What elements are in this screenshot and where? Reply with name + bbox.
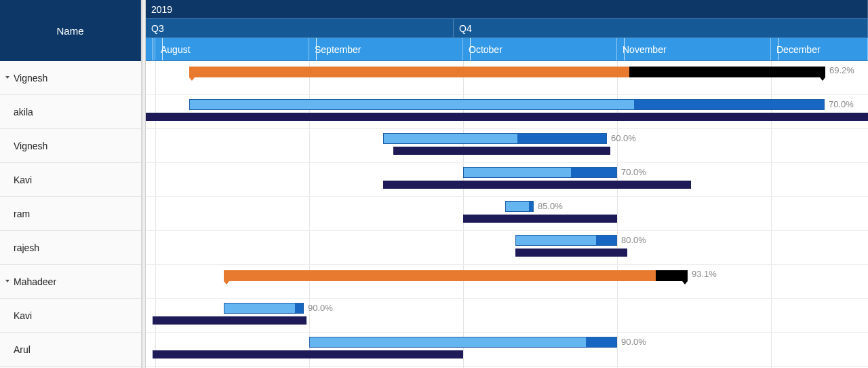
summary-progress [224,270,656,281]
baseline-bar[interactable] [463,215,617,223]
task-remaining [517,134,606,143]
quarter-header[interactable]: Q4 [454,19,868,37]
task-row-name[interactable]: rajesh [0,231,141,265]
summary-bar[interactable] [224,270,688,281]
timeline-row: 90.0% [146,299,868,333]
progress-label: 85.0% [534,201,563,212]
baseline-bar[interactable] [393,147,610,155]
summary-progress [189,67,629,77]
month-header[interactable]: August [155,38,309,60]
task-progress [506,202,529,211]
month-header[interactable]: December [771,38,868,60]
task-progress [384,134,517,143]
timeline-row: 70.0% [146,163,868,197]
timeline-body[interactable]: 69.2%70.0%60.0%70.0%85.0%80.0%93.1%90.0%… [146,61,868,368]
timeline-row: 80.0% [146,231,868,265]
parent-task-row[interactable]: Mahadeer [0,265,141,299]
timeline-row: 93.1% [146,265,868,299]
task-row-name[interactable]: Arul [0,333,141,367]
timeline-panel: 2019 Q3Q4 AugustSeptemberOctoberNovember… [146,0,868,368]
task-bar[interactable] [383,133,607,144]
year-header[interactable]: 2019 [146,0,868,18]
baseline-bar[interactable] [153,316,307,325]
task-remaining [596,236,616,245]
task-remaining [586,337,616,347]
progress-label: 69.2% [825,65,854,76]
task-remaining [571,168,616,177]
task-progress [464,168,571,177]
gantt-chart: Name VigneshakilaVigneshKaviramrajeshMah… [0,0,868,368]
parent-task-row[interactable]: Vignesh [0,61,141,95]
baseline-bar[interactable] [153,350,463,358]
task-bar[interactable] [505,201,534,212]
task-bar[interactable] [515,235,617,246]
task-row-name[interactable]: Vignesh [0,129,141,163]
baseline-bar[interactable] [383,181,691,189]
progress-label: 70.0% [825,99,854,110]
timeline-row: 85.0% [146,197,868,231]
month-header-pad [146,38,155,60]
progress-label: 60.0% [607,133,636,144]
summary-remaining [629,67,825,77]
progress-label: 93.1% [688,269,717,280]
task-bar[interactable] [189,99,825,110]
month-header[interactable]: November [617,38,771,60]
task-remaining [634,100,824,109]
task-bar[interactable] [309,337,617,348]
task-list-rows: VigneshakilaVigneshKaviramrajeshMahadeer… [0,61,141,368]
summary-remaining [656,270,688,281]
task-row-name[interactable]: Kavi [0,299,141,333]
task-progress [190,100,634,109]
timeline-header: 2019 Q3Q4 AugustSeptemberOctoberNovember… [146,0,868,61]
progress-label: 90.0% [304,303,333,314]
quarter-header[interactable]: Q3 [146,19,454,37]
task-row-name[interactable]: akila [0,95,141,129]
month-header[interactable]: October [463,38,617,60]
task-bar[interactable] [463,167,617,178]
task-row-name[interactable]: ram [0,197,141,231]
baseline-bar[interactable] [146,113,868,121]
name-column-header[interactable]: Name [0,0,141,61]
timeline-row: 60.0% [146,129,868,163]
month-header[interactable]: September [309,38,463,60]
task-progress [310,337,586,347]
task-progress [224,303,295,313]
task-list-panel: Name VigneshakilaVigneshKaviramrajeshMah… [0,0,142,368]
timeline-row: 69.2% [146,61,868,95]
task-row-name[interactable]: Kavi [0,163,141,197]
task-bar[interactable] [224,303,304,314]
timeline-row: 90.0% [146,333,868,367]
task-remaining [295,303,303,313]
progress-label: 70.0% [617,167,646,178]
baseline-bar[interactable] [515,249,627,257]
progress-label: 90.0% [617,337,646,348]
task-progress [516,236,596,245]
timeline-row: 70.0% [146,95,868,129]
task-remaining [529,202,533,211]
summary-bar[interactable] [189,67,825,77]
progress-label: 80.0% [617,235,646,246]
